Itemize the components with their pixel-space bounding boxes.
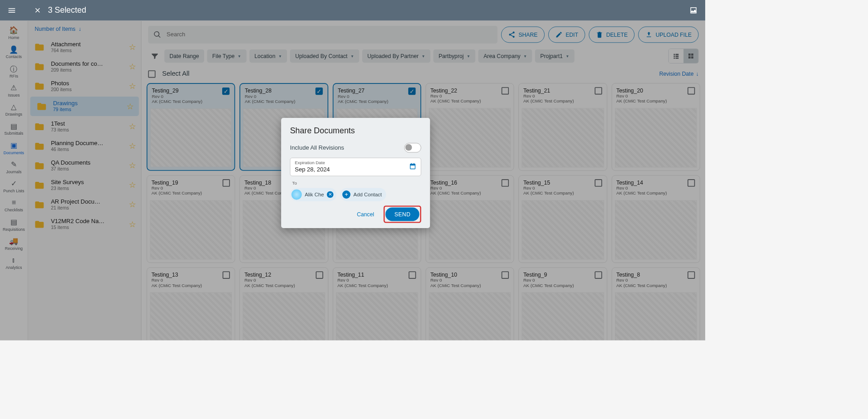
add-contact-button[interactable]: + Add Contact <box>340 188 386 201</box>
topbar: 3 Selected <box>0 0 705 21</box>
share-dialog: Share Documents Include All Revisions Ex… <box>281 118 430 228</box>
page-title: 3 Selected <box>48 5 86 15</box>
send-button[interactable]: SEND <box>385 207 419 221</box>
expiration-value: Sep 28, 2024 <box>295 166 416 173</box>
image-button[interactable] <box>686 3 701 18</box>
expiration-label: Expiration Date <box>295 160 416 165</box>
send-button-highlight: SEND <box>384 205 421 223</box>
contact-name: Alik Che <box>305 192 324 198</box>
expiration-date-field[interactable]: Expiration Date Sep 28, 2024 <box>290 158 421 176</box>
close-selection-button[interactable] <box>30 3 45 18</box>
revisions-label: Include All Revisions <box>290 145 344 151</box>
contact-chip: Alik Che ✕ <box>290 188 336 201</box>
cancel-button[interactable]: Cancel <box>352 208 378 220</box>
to-label: To <box>292 180 421 185</box>
revisions-toggle[interactable] <box>404 143 421 152</box>
menu-button[interactable] <box>5 3 20 18</box>
dialog-title: Share Documents <box>290 126 421 136</box>
avatar <box>292 190 302 200</box>
plus-icon: + <box>342 190 351 199</box>
calendar-icon[interactable] <box>409 162 416 171</box>
remove-contact-button[interactable]: ✕ <box>327 191 334 198</box>
